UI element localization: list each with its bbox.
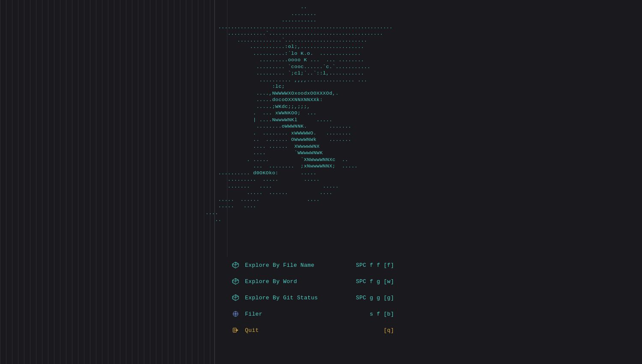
- cube-icon-explore-git: [231, 293, 240, 302]
- explore-file-shortcut: SPC f f [f]: [356, 262, 394, 269]
- filer-shortcut: s f [b]: [370, 311, 394, 317]
- explore-git-label: Explore By Git Status: [245, 295, 351, 301]
- menu-item-explore-word[interactable]: Explore By Word SPC f g [w]: [231, 273, 394, 289]
- svg-point-19: [235, 313, 236, 315]
- explore-word-shortcut: SPC f g [w]: [356, 278, 394, 285]
- svg-marker-7: [236, 278, 239, 281]
- vertical-lines-bg: [0, 0, 218, 364]
- filer-icon: [231, 310, 240, 318]
- menu-item-filer[interactable]: Filer s f [b]: [231, 306, 394, 322]
- quit-icon: [231, 326, 240, 334]
- svg-marker-1: [236, 262, 239, 265]
- menu-item-quit[interactable]: Quit [q]: [231, 322, 394, 338]
- menu-item-explore-file[interactable]: Explore By File Name SPC f f [f]: [231, 257, 394, 273]
- menu-item-explore-git[interactable]: Explore By Git Status SPC g g [g]: [231, 289, 394, 306]
- explore-file-label: Explore By File Name: [245, 262, 351, 269]
- quit-shortcut: [q]: [384, 327, 394, 334]
- cube-icon-explore-file: [231, 261, 240, 269]
- explore-word-label: Explore By Word: [245, 278, 351, 285]
- menu-container: Explore By File Name SPC f f [f] Explore…: [231, 257, 394, 338]
- explore-git-shortcut: SPC g g [g]: [356, 295, 394, 301]
- filer-label: Filer: [245, 311, 364, 317]
- ascii-art: .. ........ ........... ................…: [206, 3, 642, 223]
- svg-marker-13: [236, 295, 239, 298]
- quit-label: Quit: [245, 327, 379, 334]
- cube-icon-explore-word: [231, 277, 240, 286]
